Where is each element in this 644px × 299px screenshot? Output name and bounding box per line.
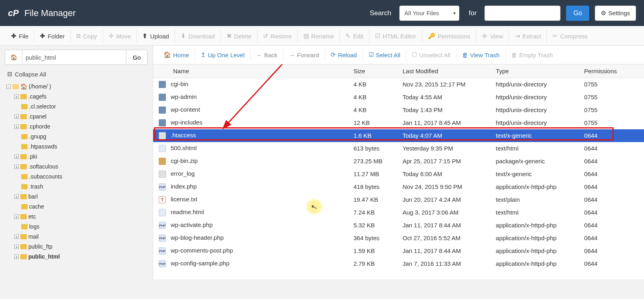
file-permissions: 0755	[580, 91, 644, 104]
tree-item[interactable]: +.cagefs	[6, 92, 146, 102]
col-modified[interactable]: Last Modified	[399, 64, 492, 78]
home-icon: 🏠	[163, 51, 171, 58]
view-button[interactable]: 👁View	[476, 29, 509, 43]
file-size: 11.27 MB	[349, 168, 399, 181]
home-icon-button[interactable]: 🏠	[5, 50, 22, 65]
col-permissions[interactable]: Permissions	[580, 64, 644, 78]
tree-item[interactable]: +.pki	[6, 152, 146, 162]
file-modified: Oct 27, 2016 5:52 AM	[399, 232, 492, 245]
table-row[interactable]: cgi-bin.zip273.25 MBApr 25, 2017 7:15 PM…	[153, 155, 644, 168]
expand-toggle-icon[interactable]: +	[14, 195, 19, 199]
search-input[interactable]	[484, 6, 560, 21]
nav-back-button[interactable]: ←Back	[251, 49, 283, 61]
extract-button[interactable]: ⇥Extract	[509, 29, 547, 43]
expand-toggle-icon[interactable]: +	[14, 165, 19, 169]
delete-button[interactable]: ✖Delete	[221, 29, 257, 43]
tree-item[interactable]: logs	[6, 222, 146, 232]
compress-button[interactable]: ✂Compress	[547, 29, 593, 43]
secondary-toolbar: 🏠Home ↥Up One Level ←Back →Forward ⟳Relo…	[153, 46, 644, 64]
file-size: 7.24 KB	[349, 206, 399, 219]
move-button[interactable]: ✢Move	[103, 29, 137, 43]
reload-icon: ⟳	[331, 51, 336, 58]
file-name: .htaccess	[171, 132, 196, 138]
file-modified: Jan 11, 2017 8:44 AM	[399, 219, 492, 232]
upload-button[interactable]: ⬆Upload	[137, 29, 175, 43]
table-row[interactable]: PHPwp-activate.php5.32 KBJan 11, 2017 8:…	[153, 219, 644, 232]
table-row[interactable]: wp-admin4 KBToday 4:55 AMhttpd/unix-dire…	[153, 91, 644, 104]
expand-toggle-icon[interactable]: +	[14, 124, 19, 129]
folder-icon	[21, 144, 28, 149]
php-icon: PHP	[159, 260, 166, 267]
extract-icon: ⇥	[515, 32, 520, 40]
tree-item[interactable]: +.softaculous	[6, 162, 146, 172]
table-row[interactable]: error_log11.27 MBToday 6:00 AMtext/x-gen…	[153, 168, 644, 181]
restore-button[interactable]: ↺Restore	[257, 29, 298, 43]
collapse-toggle-icon[interactable]: −	[6, 84, 11, 89]
table-row[interactable]: wp-includes12 KBJan 11, 2017 8:45 AMhttp…	[153, 116, 644, 129]
search-go-button[interactable]: Go	[566, 6, 589, 21]
table-row[interactable]: cgi-bin4 KBNov 23, 2015 12:17 PMhttpd/un…	[153, 78, 644, 91]
tree-item[interactable]: +barl	[6, 192, 146, 202]
html-editor-button[interactable]: ☑HTML Editor	[369, 29, 422, 43]
view-trash-button[interactable]: 🗑View Trash	[457, 49, 506, 61]
select-all-button[interactable]: ☑Select All	[363, 49, 407, 61]
table-row[interactable]: PHPwp-blog-header.php364 bytesOct 27, 20…	[153, 232, 644, 245]
tree-item[interactable]: +etc	[6, 212, 146, 222]
file-permissions: 0644	[580, 181, 644, 193]
expand-toggle-icon[interactable]: +	[14, 235, 19, 239]
expand-toggle-icon[interactable]: +	[14, 245, 19, 249]
col-size[interactable]: Size	[349, 64, 399, 78]
tree-item[interactable]: cache	[6, 202, 146, 212]
reload-button[interactable]: ⟳Reload	[325, 49, 363, 61]
tree-item[interactable]: +.cphorde	[6, 122, 146, 132]
nav-forward-button[interactable]: →Forward	[283, 49, 325, 61]
rename-button[interactable]: ▤Rename	[298, 29, 340, 43]
col-type[interactable]: Type	[492, 64, 580, 78]
folder-icon	[21, 174, 28, 179]
table-row[interactable]: PHPwp-comments-post.php1.59 KBJan 11, 20…	[153, 245, 644, 257]
collapse-all-button[interactable]: ⊟ Collapse All	[0, 69, 153, 79]
download-button[interactable]: ⬇Download	[175, 29, 221, 43]
nav-home-button[interactable]: 🏠Home	[158, 49, 195, 61]
path-input[interactable]	[22, 50, 126, 65]
search-scope-select[interactable]: All Your Files	[399, 6, 459, 21]
expand-toggle-icon[interactable]: +	[14, 215, 19, 219]
table-row[interactable]: readme.html7.24 KBAug 3, 2017 3:06 AMtex…	[153, 206, 644, 219]
expand-toggle-icon[interactable]: +	[14, 255, 19, 259]
permissions-button[interactable]: 🔑Permissions	[422, 29, 477, 43]
tree-item[interactable]: +public_ftp	[6, 242, 146, 252]
table-row[interactable]: PHPindex.php418 bytesNov 24, 2015 9:50 P…	[153, 181, 644, 193]
compress-icon: ✂	[552, 32, 558, 40]
nav-up-button[interactable]: ↥Up One Level	[195, 49, 251, 61]
table-row[interactable]: PHPwp-config-sample.php2.79 KBJan 7, 201…	[153, 257, 644, 270]
copy-button[interactable]: ⧉Copy	[71, 29, 103, 43]
col-name[interactable]: Name	[153, 64, 349, 78]
tree-item[interactable]: .cl.selector	[6, 102, 146, 112]
folder-icon	[20, 124, 27, 129]
empty-trash-button[interactable]: 🗑Empty Trash	[506, 49, 558, 61]
file-modified: Yesterday 9:35 PM	[399, 142, 492, 155]
tree-item[interactable]: +mail	[6, 232, 146, 242]
folder-button[interactable]: ✚Folder	[34, 29, 71, 43]
tree-item[interactable]: .htpasswds	[6, 142, 146, 152]
expand-toggle-icon[interactable]: +	[14, 155, 19, 159]
path-go-button[interactable]: Go	[126, 50, 148, 65]
table-row[interactable]: .htaccess1.6 KBToday 4:07 AMtext/x-gener…	[153, 129, 644, 142]
file-button[interactable]: ✚File	[6, 29, 34, 43]
tree-item[interactable]: .subaccounts	[6, 172, 146, 182]
settings-button[interactable]: ⚙ Settings	[595, 6, 636, 21]
tree-item-label: public_html	[28, 252, 60, 262]
table-row[interactable]: 500.shtml613 bytesYesterday 9:35 PMtext/…	[153, 142, 644, 155]
table-row[interactable]: Tlicense.txt19.47 KBJun 20, 2017 4:24 AM…	[153, 193, 644, 206]
tree-item[interactable]: +public_html	[6, 252, 146, 262]
tree-root[interactable]: − 🏠 (/home/ )	[6, 82, 146, 92]
edit-button[interactable]: ✎Edit	[340, 29, 369, 43]
tree-item[interactable]: +.cpanel	[6, 112, 146, 122]
file-type: text/html	[492, 142, 580, 155]
unselect-all-button[interactable]: ☐Unselect All	[406, 49, 456, 61]
expand-toggle-icon[interactable]: +	[14, 94, 19, 99]
tree-item[interactable]: .trash	[6, 182, 146, 192]
expand-toggle-icon[interactable]: +	[14, 114, 19, 119]
tree-item[interactable]: .gnupg	[6, 132, 146, 142]
table-row[interactable]: wp-content4 KBToday 1:43 PMhttpd/unix-di…	[153, 104, 644, 116]
